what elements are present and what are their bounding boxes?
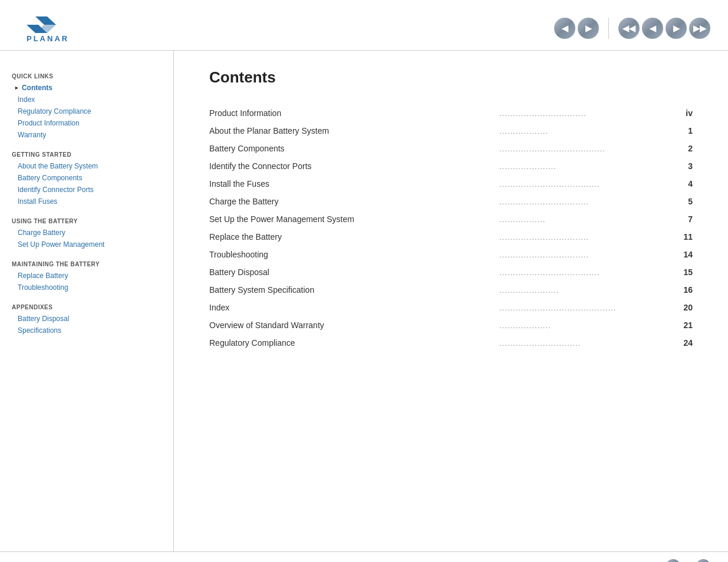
toc-row[interactable]: Battery Disposal........................… (209, 263, 693, 281)
toc-title: Index (209, 299, 499, 316)
toc-title: About the Planar Battery System (209, 122, 499, 140)
toc-dots: ..................... (499, 157, 660, 175)
toc-page-number: 20 (660, 299, 693, 316)
toc-title: Battery Components (209, 140, 499, 157)
maintaining-label: MAINTAINING THE BATTERY (12, 261, 173, 267)
getting-started-label: GETTING STARTED (12, 151, 173, 158)
toc-row[interactable]: Regulatory Compliance...................… (209, 334, 693, 352)
sidebar-item-charge-battery[interactable]: Charge Battery (12, 227, 173, 239)
toc-row[interactable]: Set Up the Power Management System......… (209, 210, 693, 228)
main-layout: QUICK LINKS ► Contents Index Regulatory … (0, 51, 728, 551)
sidebar-item-specifications[interactable]: Specifications (12, 325, 173, 336)
toc-page-number: 2 (660, 140, 693, 157)
sidebar-item-contents[interactable]: ► Contents (12, 82, 173, 94)
toc-page-number: 15 (660, 263, 693, 281)
next-button[interactable]: ▶ (578, 18, 599, 39)
logo-area: PLANAR (18, 12, 94, 44)
sidebar-item-regulatory[interactable]: Regulatory Compliance (12, 105, 173, 117)
footer-prev-button[interactable]: ◀ (666, 559, 680, 562)
sidebar-item-battery-components[interactable]: Battery Components (12, 172, 173, 184)
toc-title: Replace the Battery (209, 228, 499, 246)
toc-dots: ................................. (499, 193, 660, 210)
quick-links-label: QUICK LINKS (12, 73, 173, 80)
toc-page-number: 5 (660, 193, 693, 210)
svg-marker-0 (35, 16, 56, 25)
toc-dots: ................. (499, 210, 660, 228)
sidebar-item-about-battery[interactable]: About the Battery System (12, 160, 173, 172)
sidebar-item-identify-ports[interactable]: Identify Connector Ports (12, 184, 173, 196)
sidebar-item-warranty[interactable]: Warranty (12, 129, 173, 141)
first-button[interactable]: ◀◀ (618, 18, 640, 39)
svg-text:PLANAR: PLANAR (27, 34, 69, 43)
toc-title: Battery Disposal (209, 263, 499, 281)
toc-row[interactable]: Troubleshooting.........................… (209, 246, 693, 263)
toc-table: Product Information.....................… (209, 104, 693, 352)
footer: Planar Battery System BAT24SI ◀ iii ▶ (0, 551, 728, 562)
toc-page-number: 14 (660, 246, 693, 263)
toc-dots: ..................................... (499, 175, 660, 193)
arrow-icon: ► (14, 85, 19, 91)
toc-title: Install the Fuses (209, 175, 499, 193)
prev-next-group: ◀ ▶ (554, 18, 599, 39)
toc-title: Overview of Standard Warranty (209, 316, 499, 334)
toc-title: Troubleshooting (209, 246, 499, 263)
toc-dots: ........................................… (499, 299, 660, 316)
toc-row[interactable]: Battery Components......................… (209, 140, 693, 157)
toc-dots: ................................ (499, 104, 660, 122)
last-button[interactable]: ▶▶ (689, 18, 710, 39)
toc-page-number: 4 (660, 175, 693, 193)
toc-dots: ..................................... (499, 263, 660, 281)
toc-dots: ................... (499, 316, 660, 334)
toc-title: Product Information (209, 104, 499, 122)
toc-row[interactable]: Index...................................… (209, 299, 693, 316)
sidebar-item-product-info[interactable]: Product Information (12, 117, 173, 129)
content-area: Contents Product Information............… (174, 51, 728, 551)
sidebar-item-install-fuses[interactable]: Install Fuses (12, 196, 173, 207)
toc-row[interactable]: About the Planar Battery System.........… (209, 122, 693, 140)
sidebar-item-replace-battery[interactable]: Replace Battery (12, 270, 173, 282)
toc-dots: ................................. (499, 246, 660, 263)
sidebar: QUICK LINKS ► Contents Index Regulatory … (0, 51, 174, 551)
toc-page-number: 11 (660, 228, 693, 246)
toc-title: Identify the Connector Ports (209, 157, 499, 175)
toc-row[interactable]: Charge the Battery......................… (209, 193, 693, 210)
toc-page-number: 21 (660, 316, 693, 334)
forward-button[interactable]: ▶ (666, 18, 687, 39)
toc-row[interactable]: Overview of Standard Warranty...........… (209, 316, 693, 334)
toc-title: Set Up the Power Management System (209, 210, 499, 228)
sidebar-item-battery-disposal[interactable]: Battery Disposal (12, 313, 173, 325)
toc-row[interactable]: Replace the Battery.....................… (209, 228, 693, 246)
prev-button[interactable]: ◀ (554, 18, 575, 39)
toc-row[interactable]: Battery System Specification............… (209, 281, 693, 299)
toc-page-number: 24 (660, 334, 693, 352)
toc-dots: .............................. (499, 334, 660, 352)
toc-dots: ....................................... (499, 140, 660, 157)
toc-row[interactable]: Product Information.....................… (209, 104, 693, 122)
toc-page-number: 1 (660, 122, 693, 140)
using-battery-label: USING THE BATTERY (12, 218, 173, 224)
footer-next-button[interactable]: ▶ (696, 559, 710, 562)
page-title: Contents (209, 68, 693, 87)
toc-page-number: iv (660, 104, 693, 122)
sidebar-item-index[interactable]: Index (12, 94, 173, 105)
toc-row[interactable]: Install the Fuses.......................… (209, 175, 693, 193)
toc-title: Regulatory Compliance (209, 334, 499, 352)
toc-page-number: 3 (660, 157, 693, 175)
planar-logo: PLANAR (18, 12, 94, 44)
back-button[interactable]: ◀ (642, 18, 663, 39)
header: PLANAR ◀ ▶ ◀◀ ◀ ▶ ▶▶ (0, 0, 728, 51)
toc-row[interactable]: Identify the Connector Ports............… (209, 157, 693, 175)
sidebar-item-power-management[interactable]: Set Up Power Management (12, 239, 173, 250)
footer-nav: ◀ iii ▶ (666, 559, 710, 562)
appendixes-label: APPENDIXES (12, 304, 173, 310)
sidebar-item-contents-label: Contents (22, 84, 52, 92)
toc-dots: .................. (499, 122, 660, 140)
sidebar-item-troubleshooting[interactable]: Troubleshooting (12, 282, 173, 293)
toc-page-number: 16 (660, 281, 693, 299)
navigation-buttons: ◀ ▶ ◀◀ ◀ ▶ ▶▶ (554, 18, 710, 39)
toc-title: Battery System Specification (209, 281, 499, 299)
toc-page-number: 7 (660, 210, 693, 228)
toc-dots: ................................. (499, 228, 660, 246)
nav-separator (608, 18, 609, 39)
toc-title: Charge the Battery (209, 193, 499, 210)
